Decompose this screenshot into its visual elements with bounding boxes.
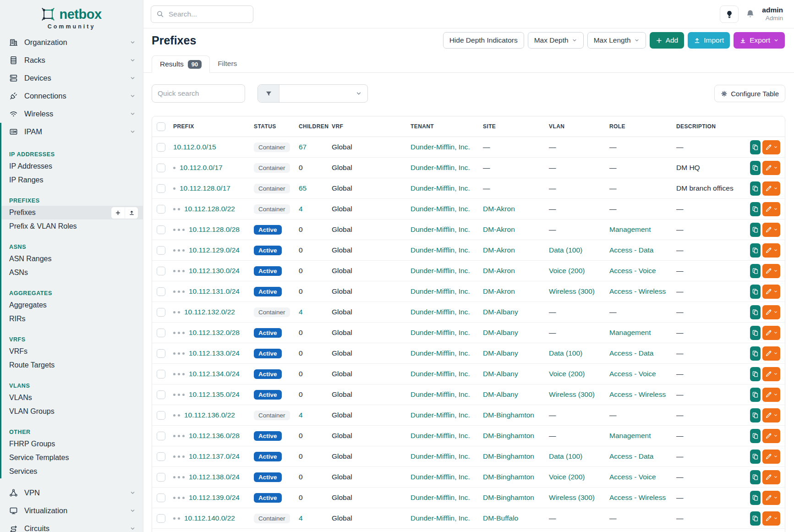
row-checkbox[interactable] bbox=[157, 308, 165, 317]
row-checkbox[interactable] bbox=[157, 267, 165, 275]
prefix-link[interactable]: 10.112.131.0/24 bbox=[189, 287, 240, 296]
clone-button[interactable] bbox=[750, 243, 761, 258]
role-value[interactable]: Access - Data bbox=[609, 349, 653, 357]
edit-button[interactable] bbox=[762, 511, 780, 526]
tenant-link[interactable]: Dunder-Mifflin, Inc. bbox=[411, 370, 470, 378]
prefix-link[interactable]: 10.112.140.0/22 bbox=[184, 514, 235, 522]
site-value[interactable]: DM-Albany bbox=[483, 329, 518, 336]
role-value[interactable]: Access - Wireless bbox=[609, 287, 666, 295]
clone-button[interactable] bbox=[750, 161, 761, 175]
role-value[interactable]: Access - Data bbox=[609, 246, 653, 254]
prefix-link[interactable]: 10.112.133.0/24 bbox=[189, 349, 240, 357]
vlan-value[interactable]: Voice (200) bbox=[549, 473, 585, 481]
site-value[interactable]: DM-Akron bbox=[483, 205, 515, 213]
edit-button[interactable] bbox=[762, 264, 780, 278]
clone-button[interactable] bbox=[750, 326, 761, 340]
site-value[interactable]: DM-Buffalo bbox=[483, 514, 518, 522]
row-checkbox[interactable] bbox=[157, 287, 165, 296]
import-button[interactable]: Import bbox=[688, 32, 730, 49]
edit-button[interactable] bbox=[762, 367, 780, 381]
tab-results[interactable]: Results 90 bbox=[152, 55, 210, 73]
row-checkbox[interactable] bbox=[157, 514, 165, 523]
children-count[interactable]: 4 bbox=[299, 411, 303, 419]
site-value[interactable]: DM-Akron bbox=[483, 267, 515, 274]
column-header-status[interactable]: STATUS bbox=[250, 123, 295, 130]
sidebar-item-ipam[interactable]: IPAM bbox=[1, 123, 143, 141]
edit-button[interactable] bbox=[762, 388, 780, 402]
edit-button[interactable] bbox=[762, 450, 780, 464]
role-value[interactable]: Management bbox=[609, 432, 651, 439]
max-depth-dropdown[interactable]: Max Depth bbox=[528, 32, 584, 49]
site-value[interactable]: DM-Binghamton bbox=[483, 473, 534, 481]
row-checkbox[interactable] bbox=[157, 390, 165, 399]
sidebar-item-asn-ranges[interactable]: ASN Ranges bbox=[1, 252, 143, 266]
prefix-link[interactable]: 10.112.128.0/28 bbox=[189, 225, 240, 234]
column-header-tenant[interactable]: TENANT bbox=[407, 123, 479, 130]
row-checkbox[interactable] bbox=[157, 349, 165, 358]
tenant-link[interactable]: Dunder-Mifflin, Inc. bbox=[411, 267, 470, 274]
sidebar-item-fhrp-groups[interactable]: FHRP Groups bbox=[1, 437, 143, 451]
sidebar-item-circuits[interactable]: Circuits bbox=[0, 520, 143, 532]
vlan-value[interactable]: Wireless (300) bbox=[549, 287, 595, 295]
children-count[interactable]: 4 bbox=[299, 514, 303, 522]
tenant-link[interactable]: Dunder-Mifflin, Inc. bbox=[411, 514, 470, 522]
tenant-link[interactable]: Dunder-Mifflin, Inc. bbox=[411, 205, 470, 213]
quick-search-input[interactable] bbox=[152, 84, 245, 103]
quick-add-button[interactable] bbox=[111, 207, 125, 219]
prefix-link[interactable]: 10.112.134.0/24 bbox=[189, 370, 240, 378]
prefix-link[interactable]: 10.112.139.0/24 bbox=[189, 494, 240, 502]
brand[interactable]: netbox Community bbox=[0, 0, 143, 33]
column-header-prefix[interactable]: PREFIX bbox=[170, 123, 250, 130]
configure-table-button[interactable]: Configure Table bbox=[714, 85, 785, 102]
site-value[interactable]: DM-Albany bbox=[483, 349, 518, 357]
bell-icon[interactable] bbox=[745, 9, 755, 19]
site-value[interactable]: DM-Binghamton bbox=[483, 411, 534, 419]
select-all-checkbox[interactable] bbox=[157, 122, 165, 131]
vlan-value[interactable]: Data (100) bbox=[549, 246, 582, 254]
column-header-description[interactable]: DESCRIPTION bbox=[673, 123, 746, 130]
row-checkbox[interactable] bbox=[157, 432, 165, 440]
column-header-site[interactable]: SITE bbox=[479, 123, 545, 130]
role-value[interactable]: Access - Data bbox=[609, 452, 653, 460]
row-checkbox[interactable] bbox=[157, 494, 165, 502]
vlan-value[interactable]: Voice (200) bbox=[549, 267, 585, 274]
filter-button[interactable] bbox=[258, 85, 279, 102]
row-checkbox[interactable] bbox=[157, 225, 165, 234]
edit-button[interactable] bbox=[762, 223, 780, 237]
prefix-link[interactable]: 10.112.130.0/24 bbox=[189, 267, 240, 275]
prefix-link[interactable]: 10.112.136.0/22 bbox=[184, 411, 235, 419]
row-checkbox[interactable] bbox=[157, 184, 165, 193]
clone-button[interactable] bbox=[750, 285, 761, 299]
children-count[interactable]: 65 bbox=[299, 184, 307, 192]
clone-button[interactable] bbox=[750, 429, 761, 443]
search-input[interactable] bbox=[151, 5, 253, 23]
row-checkbox[interactable] bbox=[157, 205, 165, 214]
prefix-link[interactable]: 10.112.137.0/24 bbox=[189, 452, 240, 461]
edit-button[interactable] bbox=[762, 429, 780, 443]
clone-button[interactable] bbox=[750, 388, 761, 402]
vlan-value[interactable]: Wireless (300) bbox=[549, 494, 595, 501]
role-value[interactable]: Access - Wireless bbox=[609, 390, 666, 398]
theme-toggle-button[interactable] bbox=[720, 5, 739, 23]
role-value[interactable]: Access - Wireless bbox=[609, 494, 666, 501]
vlan-value[interactable]: Voice (200) bbox=[549, 370, 585, 378]
prefix-link[interactable]: 10.112.132.0/22 bbox=[184, 308, 235, 316]
column-header-children[interactable]: CHILDREN bbox=[295, 123, 328, 130]
sidebar-item-wireless[interactable]: Wireless bbox=[0, 105, 143, 123]
column-header-role[interactable]: ROLE bbox=[606, 123, 673, 130]
tenant-link[interactable]: Dunder-Mifflin, Inc. bbox=[411, 329, 470, 336]
children-count[interactable]: 4 bbox=[299, 308, 303, 316]
clone-button[interactable] bbox=[750, 264, 761, 278]
tab-filters[interactable]: Filters bbox=[210, 55, 245, 72]
vlan-value[interactable]: Data (100) bbox=[549, 452, 582, 460]
sidebar-item-virtualization[interactable]: Virtualization bbox=[0, 502, 143, 520]
clone-button[interactable] bbox=[750, 346, 761, 361]
prefix-link[interactable]: 10.112.132.0/28 bbox=[189, 329, 240, 337]
prefix-link[interactable]: 10.112.128.0/17 bbox=[180, 184, 230, 192]
prefix-link[interactable]: 10.112.0.0/17 bbox=[180, 164, 223, 172]
tenant-link[interactable]: Dunder-Mifflin, Inc. bbox=[411, 432, 470, 439]
children-count[interactable]: 4 bbox=[299, 205, 303, 213]
prefix-link[interactable]: 10.112.136.0/28 bbox=[189, 432, 240, 440]
sidebar-item-organization[interactable]: Organization bbox=[0, 33, 143, 51]
row-checkbox[interactable] bbox=[157, 473, 165, 482]
